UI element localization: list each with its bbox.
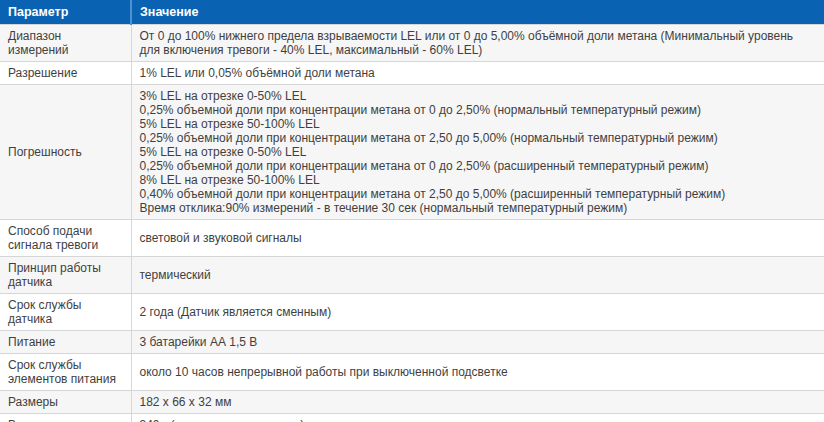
table-row: Принцип работы датчика термический [0,257,824,294]
table-row: Способ подачи сигнала тревоги световой и… [0,220,824,257]
param-cell: Вес [0,414,131,422]
spec-table: Параметр Значение Диапазон измерений От … [0,0,824,422]
value-cell: 340 г (с элементами питания) [131,414,824,422]
value-cell: 3% LEL на отрезке 0-50% LEL 0,25% объемн… [131,85,824,220]
value-cell: 1% LEL или 0,05% объёмной доли метана [131,62,824,85]
param-cell: Разрешение [0,62,131,85]
table-row: Размеры 182 x 66 x 32 мм [0,391,824,414]
spec-table-header: Параметр Значение [0,0,824,25]
spec-page: Параметр Значение Диапазон измерений От … [0,0,824,422]
param-cell: Диапазон измерений [0,25,131,62]
table-row: Разрешение 1% LEL или 0,05% объёмной дол… [0,62,824,85]
table-row: Срок службы элементов питания около 10 ч… [0,354,824,391]
table-row: Диапазон измерений От 0 до 100% нижнего … [0,25,824,62]
table-row: Погрешность 3% LEL на отрезке 0-50% LEL … [0,85,824,220]
column-header-value: Значение [131,0,824,25]
value-cell: термический [131,257,824,294]
value-cell: световой и звуковой сигналы [131,220,824,257]
table-row: Питание 3 батарейки АА 1,5 В [0,331,824,354]
spec-table-body: Диапазон измерений От 0 до 100% нижнего … [0,25,824,422]
column-header-param: Параметр [0,0,131,25]
param-cell: Принцип работы датчика [0,257,131,294]
value-cell: 3 батарейки АА 1,5 В [131,331,824,354]
value-cell: От 0 до 100% нижнего предела взрываемост… [131,25,824,62]
table-row: Вес 340 г (с элементами питания) [0,414,824,422]
param-cell: Способ подачи сигнала тревоги [0,220,131,257]
param-cell: Погрешность [0,85,131,220]
param-cell: Питание [0,331,131,354]
value-cell: около 10 часов непрерывной работы при вы… [131,354,824,391]
header-row: Параметр Значение [0,0,824,25]
param-cell: Размеры [0,391,131,414]
value-cell: 182 x 66 x 32 мм [131,391,824,414]
value-cell: 2 года (Датчик является сменным) [131,294,824,331]
param-cell: Срок службы датчика [0,294,131,331]
table-row: Срок службы датчика 2 года (Датчик являе… [0,294,824,331]
param-cell: Срок службы элементов питания [0,354,131,391]
